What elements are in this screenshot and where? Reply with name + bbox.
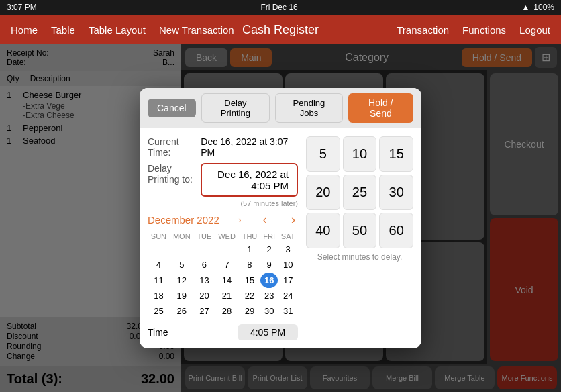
calendar-day[interactable]: 27 <box>194 303 215 319</box>
minute-button[interactable]: 10 <box>343 136 377 172</box>
calendar-day[interactable]: 6 <box>194 257 215 273</box>
minutes-grid: 51015202530405060 <box>306 136 413 248</box>
current-time-row: Current Time: Dec 16, 2022 at 3:07 PM <box>148 136 298 158</box>
modal-body: Current Time: Dec 16, 2022 at 3:07 PM De… <box>140 128 421 348</box>
nav-functions[interactable]: Functions <box>462 24 506 36</box>
calendar-day[interactable]: 20 <box>194 288 215 303</box>
calendar-day[interactable]: 13 <box>194 273 215 288</box>
nav-new-transaction[interactable]: New Transaction <box>159 24 234 36</box>
modal-cancel-button[interactable]: Cancel <box>148 99 196 117</box>
calendar-day <box>148 242 170 257</box>
calendar-day[interactable]: 22 <box>239 288 260 303</box>
main-content: Receipt No: Sarah Date: B... Qty Descrip… <box>0 44 561 392</box>
modal-overlay: Cancel Delay Printing Pending Jobs Hold … <box>0 44 561 392</box>
calendar-day[interactable]: 28 <box>215 303 239 319</box>
minute-button[interactable]: 20 <box>306 175 340 210</box>
weekday-thu: THU <box>239 231 260 242</box>
delay-to-row: Delay Printing to: Dec 16, 2022 at 4:05 … <box>148 163 298 207</box>
modal-calendar-section: Current Time: Dec 16, 2022 at 3:07 PM De… <box>148 136 298 340</box>
calendar-day[interactable]: 21 <box>215 288 239 303</box>
minute-button[interactable]: 5 <box>306 136 340 172</box>
calendar-range-icon: › <box>238 215 241 225</box>
weekday-mon: MON <box>170 231 194 242</box>
delay-printing-modal: Cancel Delay Printing Pending Jobs Hold … <box>140 88 421 348</box>
status-bar: 3:07 PM Fri Dec 16 ▲ 100% <box>0 0 561 15</box>
nav-home[interactable]: Home <box>11 24 38 36</box>
nav-table-layout[interactable]: Table Layout <box>89 24 146 36</box>
select-minutes-label: Select minutes to delay. <box>306 252 413 262</box>
minute-button[interactable]: 50 <box>343 213 377 248</box>
calendar-day[interactable]: 25 <box>148 303 170 319</box>
calendar-day[interactable]: 11 <box>148 273 170 288</box>
current-time-value: Dec 16, 2022 at 3:07 PM <box>201 136 298 158</box>
nav-logout[interactable]: Logout <box>519 24 550 36</box>
calendar-day <box>170 242 194 257</box>
calendar-day[interactable]: 1 <box>239 242 260 257</box>
calendar-day[interactable]: 30 <box>260 303 278 319</box>
delay-printing-value: Dec 16, 2022 at 4:05 PM <box>201 163 298 197</box>
calendar-day[interactable]: 15 <box>239 273 260 288</box>
nav-title: Cash Register <box>242 23 319 37</box>
status-day: Fri Dec 16 <box>260 3 297 12</box>
weekday-sat: SAT <box>278 231 298 242</box>
weekday-tue: TUE <box>194 231 215 242</box>
minute-button[interactable]: 25 <box>343 175 377 210</box>
calendar-prev-button[interactable]: ‹ <box>260 213 270 227</box>
calendar-day[interactable]: 9 <box>260 257 278 273</box>
nav-transaction[interactable]: Transaction <box>397 24 449 36</box>
minute-button[interactable]: 60 <box>379 213 413 248</box>
calendar-day[interactable]: 31 <box>278 303 298 319</box>
modal-header: Cancel Delay Printing Pending Jobs Hold … <box>140 88 421 128</box>
time-input[interactable] <box>238 324 298 340</box>
weekday-sun: SUN <box>148 231 170 242</box>
calendar-day[interactable]: 23 <box>260 288 278 303</box>
delay-minutes-later: (57 minutes later) <box>201 199 298 207</box>
calendar-day[interactable]: 24 <box>278 288 298 303</box>
calendar-next-button[interactable]: › <box>289 213 298 227</box>
calendar-day <box>215 242 239 257</box>
calendar-day[interactable]: 14 <box>215 273 239 288</box>
calendar-grid: SUN MON TUE WED THU FRI SAT 123456789101… <box>148 231 298 319</box>
minute-button[interactable]: 30 <box>379 175 413 210</box>
calendar-day[interactable]: 17 <box>278 273 298 288</box>
minute-button[interactable]: 40 <box>306 213 340 248</box>
current-time-label: Current Time: <box>148 136 201 158</box>
calendar-day[interactable]: 26 <box>170 303 194 319</box>
calendar-day[interactable]: 4 <box>148 257 170 273</box>
minute-button[interactable]: 15 <box>379 136 413 172</box>
calendar-day[interactable]: 3 <box>278 242 298 257</box>
pending-jobs-button[interactable]: Pending Jobs <box>275 93 343 123</box>
calendar-day[interactable]: 8 <box>239 257 260 273</box>
calendar-day[interactable]: 19 <box>170 288 194 303</box>
status-time: 3:07 PM <box>7 3 37 12</box>
modal-hold-send-button[interactable]: Hold / Send <box>348 93 413 123</box>
calendar-day[interactable]: 2 <box>260 242 278 257</box>
nav-table[interactable]: Table <box>51 24 75 36</box>
weekday-fri: FRI <box>260 231 278 242</box>
wifi-icon: ▲ <box>521 3 529 12</box>
weekday-wed: WED <box>215 231 239 242</box>
calendar-day[interactable]: 18 <box>148 288 170 303</box>
calendar-day[interactable]: 12 <box>170 273 194 288</box>
calendar-day[interactable]: 16 <box>260 273 278 288</box>
modal-minutes-section: 51015202530405060 Select minutes to dela… <box>306 136 413 340</box>
calendar-day <box>194 242 215 257</box>
calendar-day[interactable]: 29 <box>239 303 260 319</box>
nav-bar: Home Table Table Layout New Transaction … <box>0 15 561 44</box>
calendar-header: December 2022 › ‹ › <box>148 213 298 227</box>
calendar-month: December 2022 <box>148 214 219 226</box>
calendar-day[interactable]: 10 <box>278 257 298 273</box>
delay-printing-button[interactable]: Delay Printing <box>201 93 270 123</box>
delay-printing-label: Delay Printing to: <box>148 163 201 207</box>
calendar-day[interactable]: 7 <box>215 257 239 273</box>
battery-label: 100% <box>533 3 554 12</box>
time-label: Time <box>148 327 168 338</box>
time-row: Time <box>148 324 298 340</box>
calendar: December 2022 › ‹ › SUN MON TUE <box>148 213 298 340</box>
calendar-day[interactable]: 5 <box>170 257 194 273</box>
